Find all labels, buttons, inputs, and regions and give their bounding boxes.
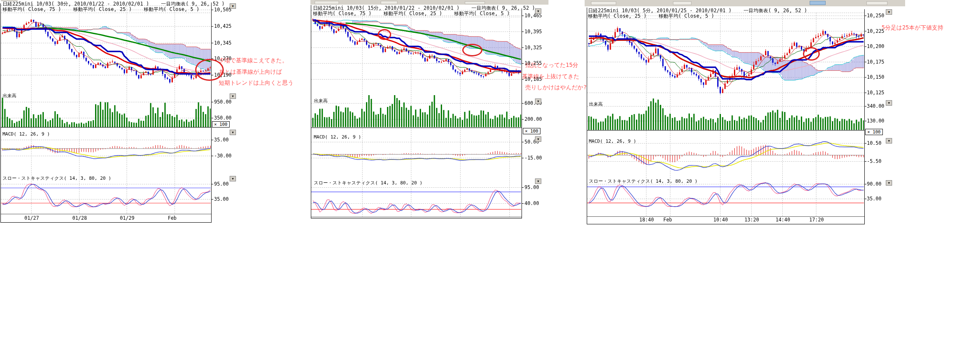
collapse-pane-button[interactable]: ▼ bbox=[886, 100, 892, 106]
price-tick-label: 10,255 bbox=[524, 61, 542, 66]
chart2-volume-label: 出来高 bbox=[314, 98, 328, 104]
collapse-pane-button[interactable]: ▼ bbox=[230, 93, 236, 99]
volume-tick-label: 200.00 bbox=[524, 117, 542, 122]
price-tick-label: 10,125 bbox=[867, 90, 885, 95]
window-top-strip bbox=[585, 0, 905, 6]
window-top-strip bbox=[310, 0, 548, 5]
volume-tick-label: 340.00 bbox=[867, 104, 885, 109]
chart2-ma-legend: 移動平均( Close, 75 ) 移動平均( Close, 25 ) 移動平均… bbox=[313, 11, 510, 16]
time-tick-label: 14:40 bbox=[776, 217, 790, 222]
collapse-pane-button[interactable]: ▼ bbox=[535, 136, 541, 142]
time-tick-label: Feb bbox=[663, 217, 672, 222]
stoch-tick-label: 90.00 bbox=[867, 181, 882, 186]
stoch-tick-label: 35.00 bbox=[214, 197, 229, 202]
chart1-volume-label: 出来高 bbox=[3, 93, 16, 98]
window-fragment bbox=[381, 1, 397, 4]
volume-tick-label: 350.00 bbox=[214, 115, 232, 120]
chart1-stoch-label: スロー・ストキャスティクス( 14, 3, 80, 20 ) bbox=[3, 176, 111, 181]
time-tick-label: 18:40 bbox=[639, 217, 654, 222]
trading-app-workspace: 日経225mini 10/03( 30分, 2010/01/22 - 2010/… bbox=[0, 0, 980, 346]
annotation-ellipse bbox=[803, 47, 820, 61]
macd-tick-label: -5.50 bbox=[867, 159, 882, 164]
charts-canvas bbox=[0, 0, 980, 346]
chart1-volume-multiplier: × 100 bbox=[212, 121, 230, 128]
price-tick-label: 10,150 bbox=[867, 75, 885, 80]
macd-tick-label: 10.50 bbox=[867, 141, 882, 146]
time-tick-label: 17:20 bbox=[809, 217, 824, 222]
chart2-stoch-label: スロー・ストキャスティクス( 14, 3, 80, 20 ) bbox=[314, 180, 422, 186]
chart3-volume-label: 出来高 bbox=[589, 101, 603, 107]
collapse-pane-button[interactable]: ▼ bbox=[230, 3, 236, 9]
price-tick-label: 10,250 bbox=[867, 13, 885, 18]
collapse-pane-button[interactable]: ▼ bbox=[886, 180, 892, 186]
collapse-pane-button[interactable]: ▼ bbox=[535, 98, 541, 104]
stoch-tick-label: 40.00 bbox=[524, 201, 539, 206]
chart3-volume-multiplier: × 100 bbox=[865, 129, 883, 135]
macd-tick-label: -15.00 bbox=[524, 155, 542, 160]
price-tick-label: 10,175 bbox=[867, 59, 885, 64]
time-tick-label: 13:20 bbox=[744, 217, 759, 222]
time-tick-label: 01/29 bbox=[120, 216, 135, 221]
annotation-text: 売りしかけはやんだか? bbox=[525, 84, 587, 90]
window-fragment bbox=[315, 1, 339, 4]
annotation-text: 短期トレンドは上向くと思う bbox=[219, 80, 294, 86]
annotation-ellipse bbox=[462, 44, 482, 56]
time-tick-label: 01/28 bbox=[72, 216, 87, 221]
collapse-pane-button[interactable]: ▼ bbox=[230, 130, 236, 135]
time-tick-label: 10:40 bbox=[713, 217, 728, 222]
window-fragment bbox=[810, 1, 826, 5]
stoch-tick-label: 95.00 bbox=[214, 181, 229, 186]
chart2-volume-multiplier: × 100 bbox=[523, 128, 540, 134]
price-tick-label: 10,225 bbox=[867, 29, 885, 34]
collapse-pane-button[interactable]: ▼ bbox=[886, 138, 892, 144]
volume-tick-label: 130.00 bbox=[867, 118, 885, 123]
annotation-ellipse bbox=[195, 59, 224, 81]
window-fragment bbox=[465, 1, 485, 4]
price-tick-label: 10,185 bbox=[524, 77, 542, 82]
chart3-stoch-label: スロー・ストキャスティクス( 14, 3, 80, 20 ) bbox=[589, 178, 697, 184]
chart2-macd-label: MACD( 12, 26, 9 ) bbox=[314, 134, 361, 140]
chart1-ma-legend: 移動平均( Close, 75 ) 移動平均( Close, 25 ) 移動平均… bbox=[3, 7, 199, 12]
macd-tick-label: -30.00 bbox=[214, 153, 232, 158]
chart3-macd-label: MACD( 12, 26, 9 ) bbox=[589, 138, 636, 144]
window-fragment bbox=[866, 1, 887, 5]
price-tick-label: 10,200 bbox=[867, 44, 885, 49]
window-fragment bbox=[673, 1, 691, 5]
stoch-tick-label: 35.00 bbox=[867, 196, 882, 201]
price-tick-label: 10,345 bbox=[214, 40, 232, 45]
collapse-pane-button[interactable]: ▼ bbox=[886, 9, 892, 15]
collapse-pane-button[interactable]: ▼ bbox=[230, 176, 236, 181]
collapse-pane-button[interactable]: ▼ bbox=[535, 178, 541, 184]
time-tick-label: Feb bbox=[168, 216, 177, 221]
chart3-ma-legend: 移動平均( Close, 25 ) 移動平均( Close, 5 ) bbox=[588, 13, 714, 19]
annotation-ellipse bbox=[378, 29, 391, 40]
collapse-pane-button[interactable]: ▼ bbox=[535, 8, 541, 14]
chart1-macd-label: MACD( 12, 26, 9 ) bbox=[3, 131, 50, 137]
window-fragment bbox=[591, 1, 616, 5]
stoch-tick-label: 95.00 bbox=[524, 185, 539, 190]
macd-tick-label: 35.00 bbox=[214, 137, 229, 142]
volume-tick-label: 950.00 bbox=[214, 99, 232, 104]
price-tick-label: 10,395 bbox=[524, 29, 542, 34]
price-tick-label: 10,325 bbox=[524, 45, 542, 50]
price-tick-label: 10,425 bbox=[214, 24, 232, 29]
time-tick-label: 01/27 bbox=[24, 216, 39, 221]
annotation-text: 5分足は25本が下値支持 bbox=[882, 24, 943, 31]
price-tick-label: 10,505 bbox=[214, 7, 232, 12]
